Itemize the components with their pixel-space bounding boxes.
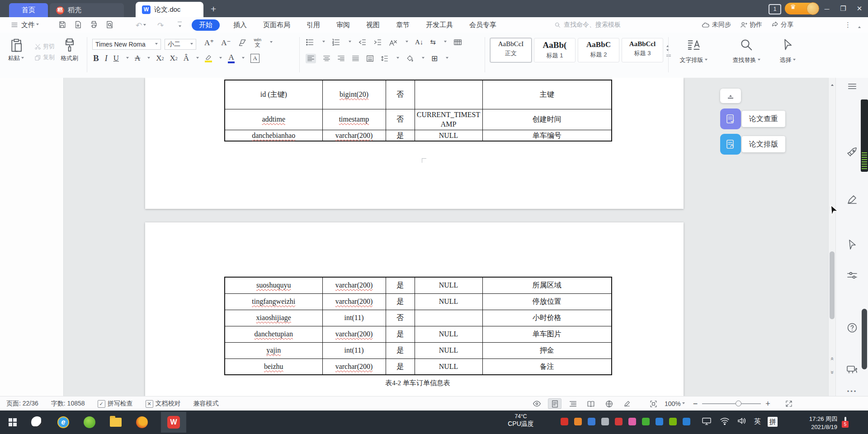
distribute-button[interactable] [366,55,374,62]
paper-format-button[interactable]: 论文排版 [720,134,785,155]
table-cell[interactable]: beizhu [225,359,322,375]
table-cell[interactable]: 所属区域 [482,277,612,293]
table-cell[interactable]: NULL [415,359,482,375]
window-count-button[interactable]: 1 [769,4,781,14]
table-cell[interactable]: 是 [386,342,415,359]
table-cell[interactable]: NULL [415,326,482,342]
table-cell[interactable]: addtime [225,109,322,130]
table-cell[interactable] [415,80,482,109]
text-layout-button[interactable]: 文字排版 [675,38,712,64]
table-cell[interactable]: xiaoshijiage [225,310,322,326]
page-view-button[interactable] [548,398,561,409]
more-tools-button[interactable]: ••• [844,383,860,396]
bluetooth-icon[interactable] [683,418,690,425]
cpu-temperature-widget[interactable]: 74°C CPU温度 [495,413,547,428]
scrollbar-thumb[interactable] [830,251,835,319]
select-button[interactable]: 选择 [774,38,801,64]
qq-red-icon[interactable] [615,418,623,425]
wps-office-taskbar-icon[interactable]: W [161,412,186,433]
sync-status-button[interactable]: 未同步 [702,21,731,29]
table-cell[interactable]: suoshuquyu [225,277,322,293]
table-cell[interactable]: int(11) [322,310,386,326]
file-menu[interactable]: 文件 [11,17,39,33]
avatar[interactable] [807,2,819,15]
strikethrough-button[interactable]: A [135,54,140,63]
table-cell[interactable]: varchar(200) [322,359,386,375]
pc-manager-icon[interactable] [574,418,582,425]
align-right-button[interactable] [337,55,345,62]
increase-font-button[interactable]: A⁺ [204,38,214,47]
collapse-ribbon-button[interactable] [858,22,861,30]
computer-icon[interactable] [702,417,712,425]
table-cell[interactable]: 停放位置 [482,293,612,310]
numbered-list-button[interactable] [332,38,340,46]
save-button[interactable] [58,20,68,29]
tim-blue-icon[interactable] [656,418,663,425]
help-icon[interactable] [844,320,860,335]
font-name-select[interactable]: Times New Roma [92,39,161,50]
zoom-in-button[interactable]: + [765,399,770,409]
table-cell[interactable]: 备注 [482,359,612,375]
collaborate-button[interactable]: 协作 [740,21,762,29]
sogou-browser-icon[interactable] [30,415,44,429]
table-cell[interactable]: varchar(200) [322,130,386,141]
fit-page-button[interactable] [646,398,660,409]
customize-toolbar-button[interactable] [177,20,182,31]
close-button[interactable]: ✕ [852,0,867,17]
character-border-button[interactable]: A [250,54,259,63]
table-cell[interactable]: NULL [415,130,482,141]
command-search[interactable]: 查找命令、搜索模板 [554,20,621,30]
word-count[interactable]: 字数: 10858 [51,400,85,408]
spell-check-toggle[interactable]: ✓ 拼写检查 [98,400,133,408]
style-normal[interactable]: AaBbCcI 正文 [490,38,532,62]
superscript-button[interactable]: X2 [156,54,164,63]
table-cell[interactable]: id (主键) [225,80,322,109]
table-cell[interactable]: NULL [415,277,482,293]
table-cell[interactable]: 否 [386,80,415,109]
table-cell[interactable]: danchebianhao [225,130,322,141]
document-page-1[interactable]: id (主键)bigint(20)否主键addtimetimestamp否CUR… [145,78,684,209]
file-explorer-icon[interactable] [108,415,123,429]
more-options-button[interactable]: ⋮ [844,21,851,29]
decrease-indent-button[interactable] [358,38,367,46]
italic-button[interactable]: I [105,54,108,63]
table-cell[interactable]: varchar(200) [322,277,386,293]
align-left-button[interactable] [306,54,316,63]
find-replace-button[interactable]: 查找替换 [726,38,767,64]
text-direction-button[interactable]: ⇆ [430,38,436,46]
table-cell[interactable]: timestamp [322,109,386,130]
membership-badge[interactable]: ♛ [785,3,818,14]
start-button[interactable] [5,415,20,429]
table-cell[interactable]: 创建时间 [482,109,612,130]
redo-button[interactable]: ↷ [157,21,164,30]
table-cell[interactable]: int(11) [322,342,386,359]
zoom-slider[interactable] [702,403,761,404]
fullscreen-button[interactable] [782,398,796,409]
table-cell[interactable]: 是 [386,359,415,375]
table-cell[interactable] [415,310,482,326]
tab-stops-button[interactable] [453,38,462,46]
style-heading3[interactable]: AaBbCcl 标题 3 [622,38,663,62]
export-pdf-button[interactable] [74,20,84,29]
wechat-icon[interactable] [642,418,650,425]
share-button[interactable]: 分享 [771,21,793,29]
phonetic-guide-button[interactable]: wén文 [254,38,262,47]
table-cell[interactable]: tingfangweizhi [225,293,322,310]
table-cell[interactable]: 是 [386,293,415,310]
vertical-scrollbar[interactable]: « » [828,78,836,396]
minimize-button[interactable]: ─ [819,0,835,17]
next-page-button[interactable]: » [829,369,836,376]
subscript-button[interactable]: X2 [170,54,178,63]
web-layout-button[interactable] [602,398,616,409]
menu-tab-section[interactable]: 章节 [393,19,412,31]
paste-button[interactable]: 粘贴 [8,37,24,62]
read-mode-button[interactable] [584,398,598,409]
format-painter-button[interactable]: 格式刷 [61,37,78,62]
table-cell[interactable]: NULL [415,293,482,310]
settings-sliders-icon[interactable] [844,268,860,283]
menu-tab-member[interactable]: 会员专享 [467,19,499,31]
table-cell[interactable]: 单车图片 [482,326,612,342]
table-cell[interactable]: 小时价格 [482,310,612,326]
print-preview-button[interactable] [105,20,115,29]
maximize-button[interactable]: ❐ [835,0,851,17]
